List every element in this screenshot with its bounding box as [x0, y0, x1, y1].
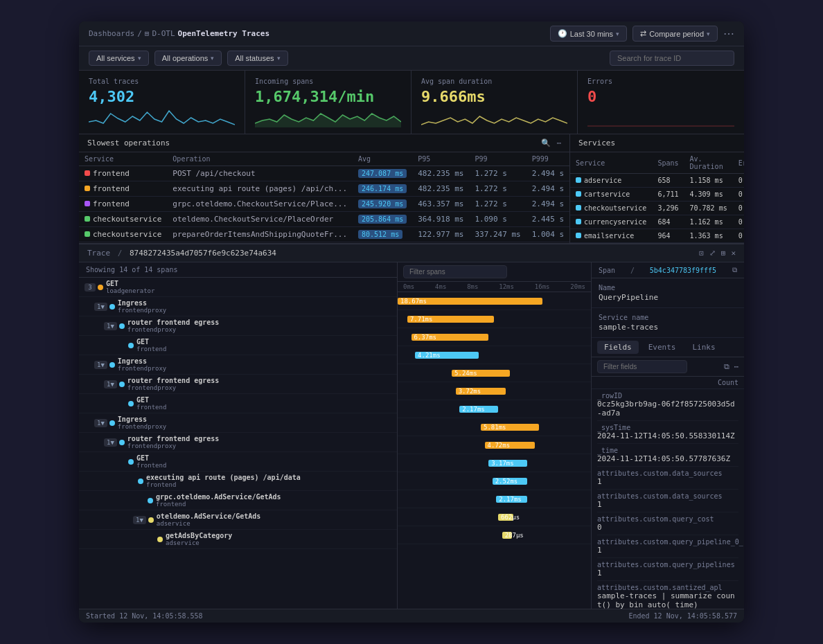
slowest-operations-panel: Slowest operations 🔍 ⋯ Service Operation… [79, 134, 570, 243]
timeline-row: 5.81ms [398, 418, 591, 436]
copy-icon[interactable]: ⧉ [732, 266, 737, 274]
table-row[interactable]: frontend grpc.oteldemo.CheckoutService/P… [79, 197, 569, 212]
list-item[interactable]: GET frontend [79, 394, 397, 413]
list-item[interactable]: executing api route (pages) /api/data fr… [79, 472, 397, 491]
timeline-row: 7.71ms [398, 310, 591, 328]
main-area: Slowest operations 🔍 ⋯ Service Operation… [79, 134, 744, 244]
col-av-dur: Av. Duration [684, 152, 732, 174]
statuses-filter-button[interactable]: All statuses ▾ [227, 51, 287, 66]
avg-span-duration-card: Avg span duration 9.666ms [412, 71, 578, 134]
more-fields-icon[interactable]: ⋯ [734, 362, 738, 371]
tab-links[interactable]: Links [686, 341, 723, 354]
table-row[interactable]: frontend executing api route (pages) /ap… [79, 181, 569, 197]
col-p95: P95 [412, 152, 469, 166]
trace-id-search[interactable] [610, 51, 734, 66]
timeline-row: 662µs [398, 508, 591, 526]
timeline-row: 4.21ms [398, 346, 591, 364]
search-icon[interactable]: 🔍 [541, 138, 551, 147]
list-item[interactable]: 1▼ Ingress frontendproxy [79, 297, 397, 316]
list-item[interactable]: 1▼ router frontend egress frontendproxy [79, 433, 397, 452]
filter-fields-input[interactable] [597, 360, 687, 373]
total-traces-card: Total traces 4,302 [79, 71, 245, 134]
spans-list-header: Showing 14 of 14 spans [79, 262, 397, 278]
share-icon[interactable]: ⤢ [709, 249, 716, 258]
time-range-button[interactable]: 🕐 Last 30 mins ▾ [550, 26, 627, 42]
timeline-row: 2.17ms [398, 490, 591, 508]
compare-period-button[interactable]: ⇄ Compare period ▾ [632, 26, 718, 42]
filter-bar: All services ▾ All operations ▾ All stat… [79, 46, 744, 71]
services-filter-button[interactable]: All services ▾ [89, 51, 149, 66]
table-row[interactable]: checkoutservice prepareOrderItemsAndShip… [79, 227, 569, 242]
detail-fields: _rowID 0cz5kg3brb9ag-06f2f85725003d5d-ad… [592, 389, 744, 609]
span-label: Span [599, 267, 615, 274]
breadcrumb-sep1: / [137, 29, 142, 38]
list-item[interactable]: 1▼ Ingress frontendproxy [79, 413, 397, 433]
total-traces-label: Total traces [89, 78, 235, 85]
operations-chevron-icon: ▾ [211, 55, 214, 62]
timeline-row: 4.72ms [398, 436, 591, 454]
breadcrumb-title: OpenTelemetry Traces [178, 29, 269, 38]
detail-header: Span / 5b4c347783f9fff5 ⧉ [592, 262, 744, 278]
col-svc-name: Service [570, 152, 652, 174]
trace-header-left: Trace / 8748272435a4d7057f6e9c623e74a634 [87, 249, 276, 258]
avg-span-duration-value: 9.666ms [421, 88, 567, 105]
list-item[interactable]: 1▼ router frontend egress frontendproxy [79, 375, 397, 394]
table-row[interactable]: adservice 658 1.158 ms 0 [570, 174, 744, 188]
timeline-row: 2.17ms [398, 400, 591, 418]
list-item[interactable]: 1▼ Ingress frontendproxy [79, 355, 397, 375]
errors-card: Errors 0 [578, 71, 744, 134]
services-header: Services [570, 134, 744, 152]
col-spans: Spans [652, 152, 684, 174]
col-service: Service [79, 152, 167, 166]
col-p999: P999 [526, 152, 569, 166]
trace-body: Showing 14 of 14 spans 3 GET loadgenerat… [79, 262, 744, 609]
slowest-ops-table: Service Operation Avg P95 P99 P999 front… [79, 152, 569, 242]
table-row[interactable]: emailservice 964 1.363 ms 0 [570, 229, 744, 243]
close-icon[interactable]: ✕ [731, 249, 736, 258]
list-item[interactable]: 1▼ router frontend egress frontendproxy [79, 316, 397, 336]
detail-field-row: _time 2024-11-12T14:05:50.57787636Z [597, 444, 738, 467]
filter-spans-input[interactable] [403, 265, 507, 278]
detail-field-row: _sysTime 2024-11-12T14:05:50.558330114Z [597, 421, 738, 444]
list-item[interactable]: getAdsByCategory adservice [79, 530, 397, 549]
clock-icon: 🕐 [558, 29, 567, 38]
span-id: 5b4c347783f9fff5 [650, 267, 716, 274]
more-icon[interactable]: ⋯ [556, 138, 561, 147]
list-item[interactable]: grpc.oteldemo.AdService/GetAds frontend [79, 491, 397, 510]
fields-toolbar: ⧉ ⋯ [592, 357, 744, 377]
operations-filter-button[interactable]: All operations ▾ [154, 51, 222, 66]
detail-field-row: attributes.custom.santized_apl sample-tr… [597, 581, 738, 609]
col-errors: Errors [733, 152, 744, 174]
list-item[interactable]: 3 GET loadgenerator [79, 278, 397, 297]
list-item[interactable]: GET frontend [79, 452, 397, 472]
table-row[interactable]: checkoutservice oteldemo.CheckoutService… [79, 212, 569, 227]
breadcrumb-parent[interactable]: D-OTL [152, 29, 175, 38]
copy-fields-icon[interactable]: ⧉ [724, 362, 729, 371]
spans-list[interactable]: Showing 14 of 14 spans 3 GET loadgenerat… [79, 262, 398, 609]
trace-header-icons: ⊡ ⤢ ⊞ ✕ [699, 249, 736, 258]
timeline-header [398, 262, 591, 282]
timeline-row: 3.17ms [398, 454, 591, 472]
layout-icon[interactable]: ⊡ [699, 249, 704, 258]
incoming-spans-card: Incoming spans 1,674,314/min [245, 71, 412, 134]
statuses-chevron-icon: ▾ [277, 55, 281, 62]
table-row[interactable]: frontend POST /api/checkout 247.087 ms 4… [79, 166, 569, 181]
timeline-row: 287µs [398, 526, 591, 544]
tab-fields[interactable]: Fields [597, 341, 639, 354]
more-options-button[interactable]: ⋯ [723, 27, 734, 40]
services-table: Service Spans Av. Duration Errors adserv… [570, 152, 744, 243]
table-row[interactable]: cartservice 6,711 4.309 ms 0 [570, 188, 744, 202]
list-item[interactable]: 1▼ oteldemo.AdService/GetAds adservice [79, 510, 397, 530]
detail-field-row: attributes.custom.query_pipeline_0_reqs … [597, 535, 738, 558]
slowest-ops-header: Slowest operations 🔍 ⋯ [79, 134, 569, 152]
services-panel: Services Service Spans Av. Duration Erro… [570, 134, 744, 243]
grid-icon[interactable]: ⊞ [721, 249, 726, 258]
total-traces-chart [89, 108, 235, 127]
table-row[interactable]: checkoutservice 3,296 70.782 ms 0 [570, 202, 744, 215]
list-item[interactable]: GET frontend [79, 336, 397, 355]
table-row[interactable]: currencyservice 684 1.162 ms 0 [570, 215, 744, 229]
detail-field-row: _rowID 0cz5kg3brb9ag-06f2f85725003d5d-ad… [597, 389, 738, 421]
tab-events[interactable]: Events [641, 341, 683, 354]
breadcrumb-dashboards[interactable]: Dashboards [89, 29, 134, 38]
span-service-section: Service name sample-traces [592, 308, 744, 338]
